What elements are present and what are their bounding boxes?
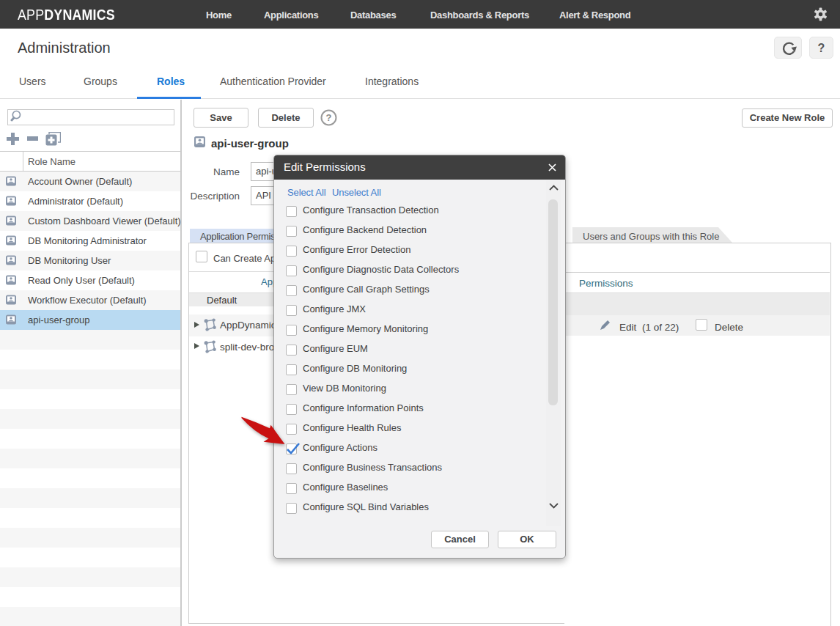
- svg-text:?: ?: [326, 112, 332, 123]
